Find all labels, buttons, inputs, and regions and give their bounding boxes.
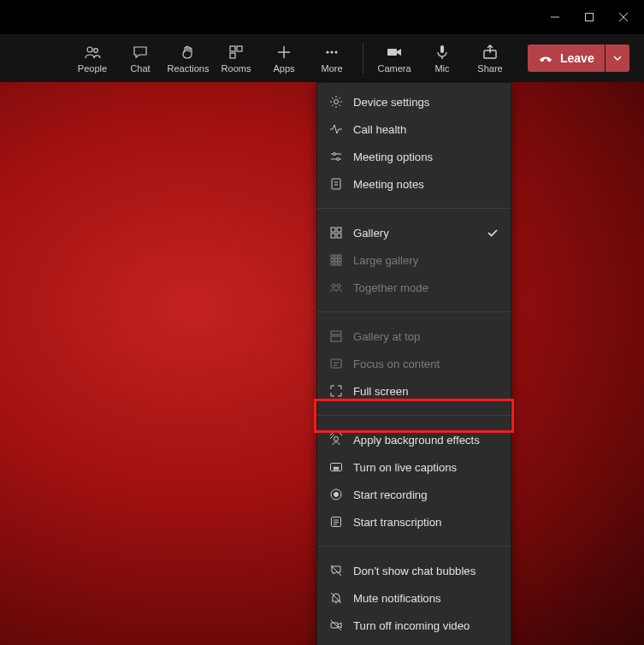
- chat-label: Chat: [130, 64, 150, 74]
- chat-off-icon: [329, 564, 343, 577]
- toolbar-separator: [363, 43, 363, 74]
- sliders-icon: [329, 150, 343, 163]
- menu-gallery-at-top: Gallery at top: [317, 322, 511, 350]
- svg-rect-29: [331, 255, 334, 257]
- apps-button[interactable]: Apps: [260, 34, 308, 82]
- svg-rect-42: [331, 359, 341, 368]
- large-grid-icon: [329, 253, 343, 267]
- menu-large-gallery: Large gallery: [317, 246, 511, 274]
- transcript-icon: [329, 515, 343, 529]
- menu-device-settings[interactable]: Device settings: [317, 88, 511, 115]
- menu-call-health[interactable]: Call health: [317, 115, 511, 143]
- menu-meeting-options[interactable]: Meeting options: [317, 143, 511, 170]
- leave-button[interactable]: Leave: [528, 44, 605, 72]
- background-icon: [329, 433, 343, 447]
- menu-turn-off-incoming-video[interactable]: Turn off incoming video: [317, 612, 511, 639]
- fullscreen-icon: [329, 384, 343, 398]
- rooms-label: Rooms: [222, 64, 251, 74]
- svg-point-12: [330, 50, 333, 53]
- people-icon: [84, 44, 101, 61]
- camera-icon: [386, 44, 403, 61]
- mic-button[interactable]: Mic: [418, 34, 466, 82]
- menu-start-transcription[interactable]: Start transcription: [317, 508, 511, 536]
- menu-separator: [317, 311, 511, 312]
- svg-point-52: [334, 493, 339, 497]
- svg-rect-6: [230, 46, 235, 51]
- svg-rect-26: [337, 228, 341, 232]
- svg-rect-33: [335, 259, 338, 262]
- pulse-icon: [329, 122, 343, 136]
- svg-point-38: [332, 284, 335, 287]
- svg-point-11: [326, 50, 328, 53]
- mic-icon: [434, 44, 451, 61]
- svg-point-4: [87, 47, 92, 52]
- reactions-button[interactable]: Reactions: [164, 34, 212, 82]
- share-button[interactable]: Share: [466, 34, 514, 82]
- svg-point-20: [334, 153, 336, 156]
- apps-label: Apps: [273, 64, 294, 74]
- rooms-icon: [227, 44, 245, 61]
- svg-rect-22: [332, 179, 340, 189]
- svg-line-48: [340, 433, 342, 435]
- svg-rect-8: [230, 53, 235, 58]
- more-button[interactable]: More: [308, 34, 356, 82]
- reactions-label: Reactions: [168, 64, 210, 74]
- svg-point-17: [334, 100, 339, 104]
- svg-point-5: [94, 48, 98, 52]
- rooms-button[interactable]: Rooms: [212, 34, 260, 82]
- menu-dont-show-chat-bubbles[interactable]: Don't show chat bubbles: [317, 557, 511, 584]
- svg-rect-35: [331, 263, 334, 265]
- more-label: More: [321, 64, 342, 74]
- svg-point-13: [334, 50, 337, 53]
- record-icon: [329, 488, 343, 501]
- bell-off-icon: [329, 591, 343, 605]
- svg-rect-32: [331, 259, 334, 262]
- menu-full-screen[interactable]: Full screen: [317, 377, 511, 405]
- together-icon: [329, 281, 343, 294]
- svg-point-21: [337, 158, 340, 161]
- svg-rect-41: [331, 336, 341, 341]
- ellipsis-icon: [323, 44, 340, 61]
- svg-rect-7: [237, 46, 242, 51]
- menu-meeting-notes[interactable]: Meeting notes: [317, 170, 511, 198]
- menu-focus-on-content: Focus on content: [317, 350, 511, 377]
- minimize-button[interactable]: [538, 3, 572, 31]
- menu-apply-background-effects[interactable]: Apply background effects: [317, 426, 511, 453]
- menu-together-mode: Together mode: [317, 274, 511, 301]
- leave-group: Leave: [528, 44, 629, 72]
- layout-top-icon: [329, 329, 343, 343]
- menu-mute-notifications[interactable]: Mute notifications: [317, 584, 511, 612]
- menu-help[interactable]: Help: [317, 639, 511, 645]
- chat-button[interactable]: Chat: [116, 34, 164, 82]
- svg-line-57: [331, 565, 341, 576]
- menu-live-captions[interactable]: cc Turn on live captions: [317, 453, 511, 481]
- svg-line-46: [330, 433, 333, 435]
- svg-rect-34: [339, 259, 341, 262]
- leave-dropdown-button[interactable]: [606, 44, 629, 72]
- share-icon: [482, 44, 499, 61]
- camera-button[interactable]: Camera: [370, 34, 418, 82]
- svg-rect-27: [331, 234, 335, 238]
- svg-rect-36: [335, 263, 338, 265]
- grid-icon: [329, 226, 343, 240]
- cc-icon: cc: [329, 460, 343, 474]
- svg-rect-15: [440, 45, 444, 53]
- maximize-button[interactable]: [572, 3, 606, 31]
- menu-gallery[interactable]: Gallery: [317, 219, 511, 246]
- menu-separator: [317, 546, 511, 547]
- menu-start-recording[interactable]: Start recording: [317, 481, 511, 508]
- svg-rect-30: [335, 255, 338, 257]
- svg-line-60: [331, 620, 341, 630]
- close-button[interactable]: [606, 3, 641, 31]
- notes-icon: [329, 177, 343, 191]
- svg-rect-37: [339, 263, 341, 265]
- window-titlebar: [0, 0, 644, 34]
- svg-rect-14: [387, 49, 397, 56]
- svg-point-45: [334, 437, 339, 441]
- people-button[interactable]: People: [68, 34, 116, 82]
- hand-icon: [180, 44, 197, 61]
- svg-point-39: [337, 284, 340, 287]
- focus-icon: [329, 357, 343, 370]
- menu-separator: [317, 415, 511, 416]
- leave-label: Leave: [560, 51, 594, 65]
